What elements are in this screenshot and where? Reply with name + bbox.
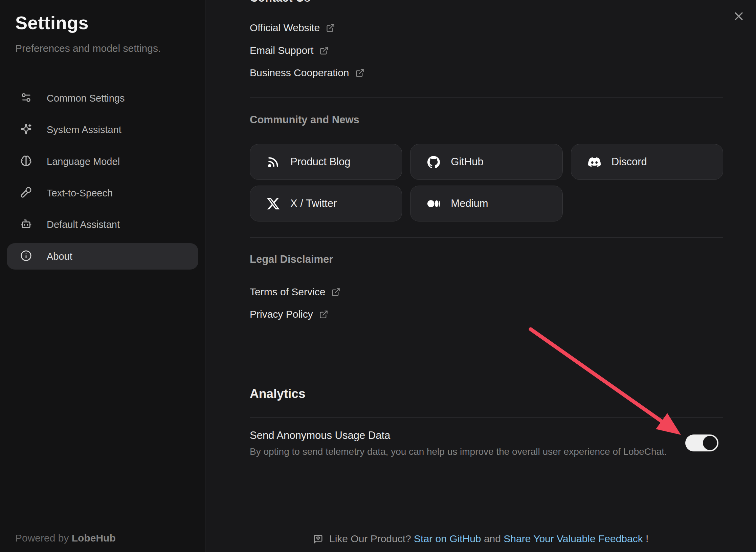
sidebar-item-label: Text-to-Speech [47,188,113,199]
x-twitter-button[interactable]: X / Twitter [250,186,402,221]
external-link-icon [319,46,329,55]
terms-of-service-link[interactable]: Terms of Service [250,284,340,299]
close-icon[interactable] [732,9,746,23]
sidebar-item-common-settings[interactable]: Common Settings [7,85,198,111]
link-label: Business Cooperation [250,65,349,80]
x-logo-icon [267,197,280,210]
button-label: Discord [612,156,647,168]
section-divider [250,237,723,238]
page-title: Settings [15,12,89,33]
sidebar-item-language-model[interactable]: Language Model [7,148,198,175]
sidebar-item-text-to-speech[interactable]: Text-to-Speech [7,180,198,206]
button-label: Product Blog [290,156,351,168]
link-label: Official Website [250,20,320,35]
info-icon [20,250,32,263]
external-link-icon [331,288,340,297]
discord-button[interactable]: Discord [571,144,723,180]
bot-icon [20,218,32,231]
send-usage-data-description: By opting to send telemetry data, you ca… [250,446,667,457]
sliders-icon [20,92,32,105]
button-label: X / Twitter [290,197,337,210]
footer-middle: and [484,533,501,544]
sidebar-item-label: Default Assistant [47,219,120,230]
star-on-github-link[interactable]: Star on GitHub [414,533,481,544]
section-divider [250,97,723,98]
section-divider [250,417,723,418]
footer-prefix: Like Our Product? [329,533,411,544]
medium-button[interactable]: Medium [410,186,562,221]
lobehub-brand-link[interactable]: LobeHub [72,532,116,544]
business-cooperation-link[interactable]: Business Cooperation [250,65,364,80]
sidebar-item-about[interactable]: About [7,243,198,270]
button-label: Medium [451,197,488,210]
sidebar-item-system-assistant[interactable]: System Assistant [7,116,198,143]
product-blog-button[interactable]: Product Blog [250,144,402,180]
page-subtitle: Preferences and model settings. [15,43,161,54]
button-label: GitHub [451,156,483,168]
contact-us-heading: Contact Us [250,0,310,4]
mic-icon [20,187,32,199]
discord-icon [588,156,601,168]
community-buttons: Product Blog GitHub Discord X / Twitter … [250,144,723,221]
rss-icon [267,156,280,168]
powered-by: Powered by LobeHub [15,532,116,544]
sidebar-item-label: System Assistant [47,124,121,135]
link-label: Privacy Policy [250,307,313,322]
community-heading: Community and News [250,114,359,126]
product-footer: Like Our Product? Star on GitHub and Sha… [205,533,756,545]
email-support-link[interactable]: Email Support [250,43,329,58]
sparkles-icon [20,123,32,136]
link-label: Terms of Service [250,284,325,299]
sidebar-item-label: Common Settings [47,93,125,104]
legal-heading: Legal Disclaimer [250,253,333,266]
analytics-heading: Analytics [250,387,306,401]
privacy-policy-link[interactable]: Privacy Policy [250,307,328,322]
link-label: Email Support [250,43,313,58]
sidebar-item-default-assistant[interactable]: Default Assistant [7,211,198,238]
powered-by-text: Powered by [15,532,69,544]
external-link-icon [319,310,328,319]
toggle-knob [703,436,717,450]
medium-icon [427,197,440,210]
message-heart-icon [313,534,323,544]
official-website-link[interactable]: Official Website [250,20,335,35]
share-feedback-link[interactable]: Share Your Valuable Feedback [504,533,643,544]
about-panel: Contact Us Official Website Email Suppor… [205,0,756,552]
github-button[interactable]: GitHub [410,144,562,180]
send-usage-data-label: Send Anonymous Usage Data [250,429,390,442]
footer-suffix: ! [646,533,648,544]
github-icon [427,156,440,168]
settings-modal: Settings Preferences and model settings.… [0,0,756,552]
brain-icon [20,155,32,168]
external-link-icon [326,23,335,33]
external-link-icon [355,68,364,78]
send-usage-toggle[interactable] [685,434,718,451]
sidebar-item-label: Language Model [47,156,120,167]
settings-sidebar: Settings Preferences and model settings.… [0,0,205,552]
sidebar-item-label: About [47,251,72,262]
